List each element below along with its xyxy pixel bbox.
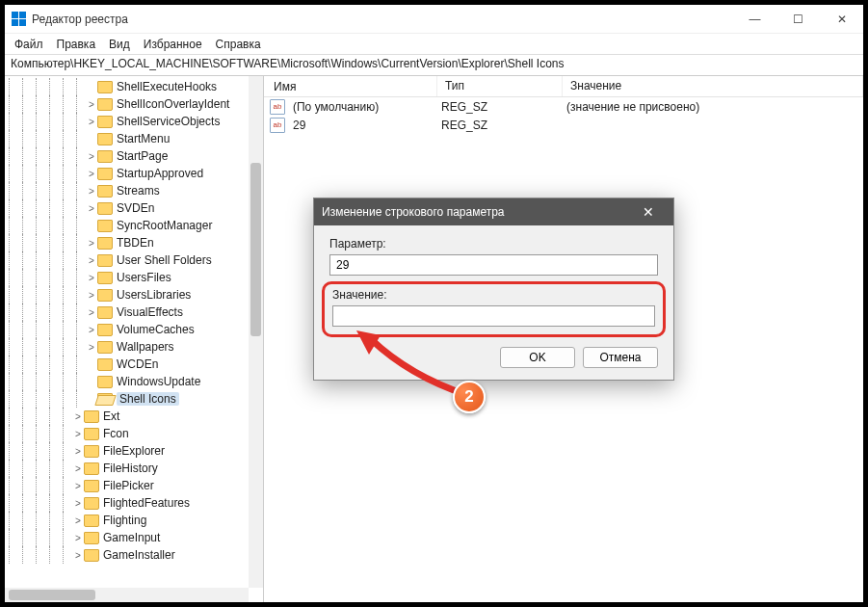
window-title: Редактор реестра [32, 13, 128, 26]
tree-item-label: StartMenu [117, 132, 170, 145]
folder-icon [84, 515, 99, 527]
expand-arrow-icon[interactable]: > [72, 481, 84, 491]
list-row[interactable]: ab29REG_SZ [264, 116, 863, 134]
edit-string-dialog: Изменение строкового параметра ✕ Парамет… [313, 198, 674, 381]
tree-item-label: StartupApproved [117, 167, 203, 180]
close-button[interactable]: ✕ [820, 5, 863, 34]
expand-arrow-icon[interactable]: > [86, 151, 97, 162]
folder-icon [97, 220, 113, 232]
expand-arrow-icon[interactable]: > [86, 255, 97, 266]
expand-arrow-icon[interactable]: > [86, 169, 97, 179]
folder-icon [84, 532, 99, 544]
tree-item[interactable]: >SVDEn [5, 199, 249, 217]
tree-item[interactable]: >User Shell Folders [5, 251, 249, 269]
expand-arrow-icon[interactable]: > [72, 429, 84, 439]
tree-item[interactable]: >StartupApproved [5, 165, 249, 182]
value-field-highlight: Значение: [322, 281, 666, 337]
tree-item[interactable]: >Flighting [5, 512, 249, 529]
tree-item[interactable]: StartMenu [5, 130, 249, 147]
column-header-name[interactable]: Имя [264, 76, 437, 96]
tree-item[interactable]: Shell Icons [5, 390, 249, 408]
tree-item[interactable]: SyncRootManager [5, 217, 249, 234]
tree-item[interactable]: >VisualEffects [5, 304, 249, 321]
expand-arrow-icon[interactable]: > [72, 515, 84, 526]
expand-arrow-icon[interactable]: > [72, 498, 84, 509]
folder-icon [97, 376, 113, 388]
tree-item-label: Streams [117, 184, 160, 198]
expand-arrow-icon[interactable]: > [86, 290, 97, 301]
tree-item[interactable]: >GameInstaller [5, 546, 249, 564]
tree-item[interactable]: >GameInput [5, 529, 249, 546]
tree-item-label: FilePicker [103, 479, 154, 492]
tree-item[interactable]: WCDEn [5, 356, 249, 373]
expand-arrow-icon[interactable]: > [86, 117, 97, 127]
expand-arrow-icon[interactable]: > [72, 533, 84, 543]
tree-item-label: WindowsUpdate [117, 375, 200, 388]
value-input[interactable] [332, 305, 655, 327]
expand-arrow-icon[interactable]: > [86, 238, 97, 249]
menu-edit[interactable]: Правка [51, 36, 102, 53]
tree-item-label: Flighting [103, 514, 146, 527]
tree-item[interactable]: >Ext [5, 408, 249, 425]
expand-arrow-icon[interactable]: > [86, 325, 97, 335]
tree-item-label: Shell Icons [117, 392, 179, 406]
ok-button[interactable]: OK [500, 347, 575, 368]
tree-item[interactable]: >TBDEn [5, 234, 249, 251]
expand-arrow-icon[interactable]: > [86, 273, 97, 283]
tree-item[interactable]: >Streams [5, 182, 249, 199]
folder-icon [97, 324, 113, 336]
tree-item-label: VolumeCaches [117, 323, 195, 336]
tree-item[interactable]: >Fcon [5, 425, 249, 442]
tree-item[interactable]: >FileExplorer [5, 442, 249, 460]
expand-arrow-icon[interactable]: > [72, 411, 84, 422]
address-bar[interactable]: Компьютер\HKEY_LOCAL_MACHINE\SOFTWARE\Mi… [5, 55, 863, 76]
param-input[interactable] [329, 254, 658, 276]
folder-icon [97, 272, 113, 284]
tree-item-label: FlightedFeatures [103, 496, 190, 510]
tree-item[interactable]: >FilePicker [5, 477, 249, 494]
tree-item[interactable]: >VolumeCaches [5, 321, 249, 338]
tree-item-label: GameInput [103, 531, 160, 544]
expand-arrow-icon[interactable]: > [72, 463, 84, 474]
tree-item-label: ShellServiceObjects [117, 115, 220, 128]
menu-help[interactable]: Справка [210, 36, 267, 53]
tree-item-label: ShellIconOverlayIdent [117, 97, 229, 111]
column-header-value[interactable]: Значение [563, 76, 863, 96]
tree-item[interactable]: WindowsUpdate [5, 373, 249, 390]
column-header-type[interactable]: Тип [437, 76, 563, 96]
menu-view[interactable]: Вид [103, 36, 136, 53]
cancel-button[interactable]: Отмена [583, 347, 658, 368]
tree-item[interactable]: >ShellIconOverlayIdent [5, 95, 249, 113]
menu-file[interactable]: Файл [9, 36, 49, 53]
tree-item[interactable]: >UsersFiles [5, 269, 249, 286]
tree-item[interactable]: ShellExecuteHooks [5, 78, 249, 95]
expand-arrow-icon[interactable]: > [72, 550, 84, 561]
expand-arrow-icon[interactable]: > [86, 203, 97, 214]
tree-item-label: SVDEn [117, 201, 154, 215]
folder-icon [97, 133, 113, 145]
menu-favorites[interactable]: Избранное [138, 36, 208, 53]
tree-item[interactable]: >Wallpapers [5, 338, 249, 356]
tree-item-label: SyncRootManager [117, 219, 212, 232]
dialog-close-button[interactable]: ✕ [631, 204, 666, 220]
tree-scrollbar-vertical[interactable] [249, 76, 263, 588]
tree-item-label: UsersLibraries [117, 288, 191, 302]
list-row[interactable]: ab(По умолчанию)REG_SZ(значение не присв… [264, 97, 863, 116]
expand-arrow-icon[interactable]: > [72, 446, 84, 457]
folder-icon [97, 393, 113, 406]
expand-arrow-icon[interactable]: > [86, 342, 97, 353]
tree-item[interactable]: >StartPage [5, 147, 249, 165]
expand-arrow-icon[interactable]: > [86, 307, 97, 318]
tree-item-label: VisualEffects [117, 305, 183, 319]
expand-arrow-icon[interactable]: > [86, 186, 97, 197]
tree-scrollbar-horizontal[interactable] [5, 588, 249, 602]
tree-item[interactable]: >FlightedFeatures [5, 494, 249, 512]
tree-item[interactable]: >UsersLibraries [5, 286, 249, 304]
expand-arrow-icon[interactable]: > [86, 99, 97, 110]
folder-icon [97, 168, 113, 180]
tree-item[interactable]: >ShellServiceObjects [5, 113, 249, 130]
minimize-button[interactable]: — [733, 5, 776, 34]
value-name: (По умолчанию) [289, 100, 382, 114]
maximize-button[interactable]: ☐ [776, 5, 820, 34]
tree-item[interactable]: >FileHistory [5, 460, 249, 477]
